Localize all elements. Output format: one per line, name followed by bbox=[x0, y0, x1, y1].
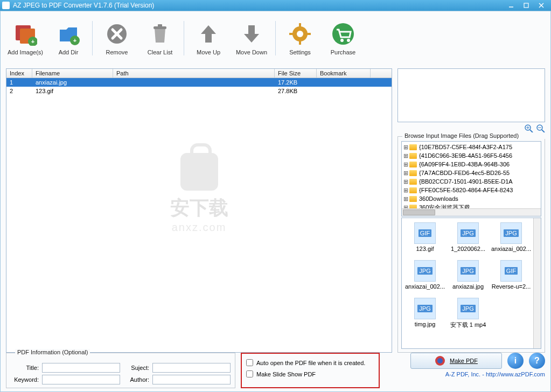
folder-icon bbox=[409, 144, 417, 150]
folder-icon bbox=[409, 187, 417, 193]
thumbnail[interactable]: JPG1_2020062... bbox=[447, 222, 489, 258]
purchase-button[interactable]: Purchase bbox=[324, 21, 362, 55]
col-path[interactable]: Path bbox=[113, 69, 275, 78]
make-pdf-icon bbox=[435, 355, 445, 366]
settings-button[interactable]: Settings bbox=[281, 21, 319, 55]
make-pdf-button[interactable]: Make PDF bbox=[410, 353, 502, 369]
maximize-button[interactable] bbox=[519, 1, 534, 10]
clear-list-button[interactable]: Clear List bbox=[141, 21, 179, 55]
svg-rect-1 bbox=[524, 3, 528, 8]
folder-icon bbox=[409, 162, 417, 167]
svg-rect-19 bbox=[289, 33, 294, 35]
thumbs-vscroll[interactable] bbox=[533, 218, 541, 348]
author-input[interactable] bbox=[152, 375, 231, 384]
titlebar: AZ JPEG to PDF Converter V1.7.6 (Trial V… bbox=[0, 0, 551, 11]
window-title: AZ JPEG to PDF Converter V1.7.6 (Trial V… bbox=[13, 2, 504, 9]
subject-label: Suject: bbox=[123, 365, 149, 371]
app-icon bbox=[2, 2, 10, 9]
help-button[interactable]: ? bbox=[529, 353, 545, 369]
table-row[interactable]: 2123.gif27.8KB bbox=[6, 87, 392, 95]
add-images-icon: + bbox=[12, 21, 38, 47]
folder-icon bbox=[409, 153, 417, 159]
tree-item[interactable]: ⊞{BB02CCD7-1501-4901-B5EE-D1A bbox=[403, 177, 541, 186]
folder-icon bbox=[409, 170, 417, 176]
thumbnail[interactable]: GIF123.gif bbox=[404, 222, 446, 258]
col-bookmark[interactable]: Bookmark bbox=[317, 69, 371, 78]
remove-icon bbox=[104, 21, 130, 47]
watermark: 安下载 anxz.com bbox=[170, 153, 228, 234]
svg-rect-14 bbox=[158, 24, 162, 27]
add-dir-button[interactable]: + Add Dir bbox=[49, 21, 88, 55]
thumbnail[interactable]: JPGtimg.jpg bbox=[404, 298, 446, 333]
table-body[interactable]: 1anxiazai.jpg17.2KB2123.gif27.8KB 安下载 an… bbox=[6, 78, 392, 352]
title-label: Title: bbox=[11, 365, 39, 371]
pdf-info-group: PDF Information (Optional) Title: Suject… bbox=[6, 353, 235, 388]
svg-point-22 bbox=[340, 39, 344, 42]
svg-rect-18 bbox=[299, 40, 301, 45]
preview-pane bbox=[397, 68, 545, 122]
tree-item[interactable]: ⊞{FFE0C5FE-5820-4864-AFE4-8243 bbox=[403, 186, 541, 194]
table-header: IndexFilenamePathFile SizeBookmark bbox=[6, 69, 392, 78]
info-button[interactable]: i bbox=[507, 353, 524, 369]
tree-item[interactable]: ⊞{10E7BD57-C5FE-484f-A3F2-A175 bbox=[403, 143, 541, 151]
browse-group-title: Browse Input Image Files (Drag Supported… bbox=[402, 132, 549, 139]
zoom-in-button[interactable] bbox=[525, 124, 533, 133]
add-dir-icon: + bbox=[55, 21, 81, 47]
tree-item[interactable]: ⊞360Downloads bbox=[403, 194, 541, 203]
toolbar: + Add Image(s) + Add Dir Remove Clear Li… bbox=[1, 11, 550, 63]
thumbnail[interactable]: JPGanxiazai_002... bbox=[490, 222, 532, 258]
purchase-icon bbox=[330, 21, 356, 47]
col-filesize[interactable]: File Size bbox=[275, 69, 317, 78]
svg-rect-17 bbox=[299, 23, 301, 27]
clear-list-icon bbox=[147, 21, 173, 47]
thumbnail[interactable]: GIFReverse-u=2... bbox=[490, 260, 532, 296]
thumbnail[interactable]: JPG安下载 1 mp4 bbox=[447, 298, 489, 333]
remove-button[interactable]: Remove bbox=[97, 21, 136, 55]
svg-point-32 bbox=[437, 358, 443, 363]
svg-text:+: + bbox=[31, 38, 34, 45]
thumbnail[interactable]: JPGanxiazai.jpg bbox=[447, 260, 489, 296]
add-images-button[interactable]: + Add Image(s) bbox=[6, 21, 45, 55]
svg-text:+: + bbox=[73, 37, 76, 44]
svg-point-23 bbox=[347, 39, 350, 42]
col-filename[interactable]: Filename bbox=[32, 69, 113, 78]
tree-hscroll[interactable] bbox=[402, 208, 541, 216]
settings-icon bbox=[287, 21, 313, 47]
minimize-button[interactable] bbox=[504, 1, 519, 10]
folder-tree[interactable]: ⊞{10E7BD57-C5FE-484f-A3F2-A175⊞{41D6C966… bbox=[401, 141, 541, 216]
author-label: Author: bbox=[123, 376, 149, 383]
move-up-button[interactable]: Move Up bbox=[189, 21, 228, 55]
tree-item[interactable]: ⊞{6A09F9F4-1E8D-43BA-964B-306 bbox=[403, 160, 541, 169]
move-down-button[interactable]: Move Down bbox=[232, 21, 271, 55]
tree-item[interactable]: ⊞{41D6C966-3E9B-4A51-96F5-6456 bbox=[403, 151, 541, 160]
zoom-out-button[interactable] bbox=[536, 124, 545, 133]
slideshow-checkbox[interactable]: Make Slide Show PDF bbox=[246, 370, 374, 377]
keyword-label: Keyword: bbox=[11, 376, 39, 383]
thumbnail-grid[interactable]: GIF123.gifJPG1_2020062...JPGanxiazai_002… bbox=[401, 218, 541, 349]
close-button[interactable] bbox=[534, 1, 549, 10]
svg-point-16 bbox=[297, 31, 303, 37]
move-down-icon bbox=[239, 21, 264, 47]
tree-item[interactable]: ⊞{7A7ACBDD-FED6-4ec5-BD26-55 bbox=[403, 169, 541, 177]
col-index[interactable]: Index bbox=[6, 69, 32, 78]
svg-rect-20 bbox=[306, 33, 311, 35]
file-table: IndexFilenamePathFile SizeBookmark 1anxi… bbox=[6, 68, 392, 353]
folder-icon bbox=[409, 196, 417, 202]
folder-icon bbox=[409, 179, 417, 185]
keyword-input[interactable] bbox=[42, 375, 120, 384]
subject-input[interactable] bbox=[152, 363, 231, 373]
title-input[interactable] bbox=[42, 363, 120, 373]
auto-open-checkbox[interactable]: Auto open the PDF file when it is create… bbox=[246, 359, 374, 366]
table-row[interactable]: 1anxiazai.jpg17.2KB bbox=[6, 78, 392, 87]
move-up-icon bbox=[196, 21, 221, 47]
footer-link[interactable]: A-Z PDF, Inc. - http://www.azPDF.com bbox=[445, 371, 545, 377]
options-group: Auto open the PDF file when it is create… bbox=[241, 353, 380, 388]
thumbnail[interactable]: JPGanxiazai_002... bbox=[404, 260, 446, 296]
